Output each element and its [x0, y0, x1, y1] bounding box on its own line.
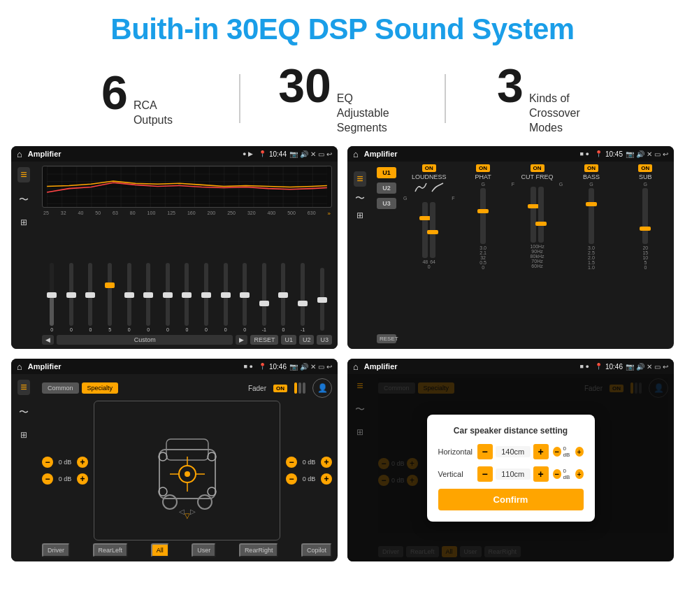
dialog-screen-title: Amplifier — [364, 362, 577, 371]
svg-point-6 — [185, 471, 190, 477]
crossover-location: 📍 — [595, 150, 603, 157]
fader-sb-2[interactable]: 〜 — [19, 406, 29, 419]
fader-content: ≡ 〜 ⊞ Common Specialty Fader ON — [11, 374, 338, 561]
db1-minus[interactable]: − — [42, 457, 53, 468]
car-svg: ◁ ▽ ▷ — [145, 422, 229, 520]
eq-slider-14 — [313, 268, 331, 332]
common-tab[interactable]: Common — [42, 382, 79, 394]
stat-crossover: 3 Kinds ofCrossover Modes — [453, 62, 643, 135]
dialog-title: Car speaker distance setting — [438, 426, 584, 436]
eq-slider-5: 0 — [140, 263, 157, 332]
copilot-btn[interactable]: Copilot — [301, 543, 332, 557]
crossover-content: ≡ 〜 ⊞ U1 U2 U3 RESET — [347, 162, 674, 349]
db3-value: 0 dB — [299, 459, 319, 466]
eq-content: ≡ 〜 ⊞ — [11, 162, 338, 349]
page-title: Buith-in 30EQ DSP Sound System — [0, 0, 685, 55]
db4-value: 0 dB — [299, 475, 319, 482]
all-btn[interactable]: All — [151, 543, 169, 557]
eq-status-bar: ⌂ Amplifier ● ▶ 📍 10:44 📷 🔊 ✕ ▭ ↩ — [11, 146, 338, 162]
volume-icon: 🔊 — [300, 150, 308, 158]
fader-sb-3[interactable]: ⊞ — [20, 430, 27, 440]
cutfreq-on[interactable]: ON — [531, 164, 545, 172]
camera-icon: 📷 — [289, 150, 298, 158]
eq-sidebar-btn-3[interactable]: ⊞ — [20, 217, 27, 227]
eq-u3-btn[interactable]: U3 — [317, 335, 332, 345]
fader-screen-card: ⌂ Amplifier ■ ● 📍 10:46 📷 🔊 ✕ ▭ ↩ ≡ 〜 ⊞ — [11, 359, 338, 561]
crossover-status-icons: 📷 🔊 ✕ ▭ ↩ — [626, 150, 668, 158]
db2-minus[interactable]: − — [42, 473, 53, 485]
horizontal-plus-btn[interactable]: + — [533, 444, 549, 459]
channel-cutfreq: ON CUT FREQ FG — [512, 164, 563, 346]
horizontal-row: Horizontal − 140cm + − 0 dB + — [438, 444, 584, 459]
eq-slider-13: -1 — [294, 263, 312, 332]
eq-dots: ● ▶ — [243, 150, 253, 157]
fader-sb-1[interactable]: ≡ — [17, 380, 29, 395]
fader-user-icon[interactable]: 👤 — [312, 378, 332, 398]
db2-plus[interactable]: + — [77, 473, 88, 485]
svg-text:▽: ▽ — [185, 512, 190, 520]
db3-minus[interactable]: − — [286, 457, 297, 468]
rearleft-btn[interactable]: RearLeft — [93, 543, 129, 557]
crossover-reset-btn[interactable]: RESET — [377, 334, 396, 343]
db1-plus[interactable]: + — [77, 457, 88, 468]
horizontal-minus-btn[interactable]: − — [477, 444, 493, 459]
crossover-sidebar-vol[interactable]: ⊞ — [356, 210, 363, 220]
screens-grid: ⌂ Amplifier ● ▶ 📍 10:44 📷 🔊 ✕ ▭ ↩ ≡ 〜 — [0, 146, 685, 568]
eq-prev-btn[interactable]: ◀ — [42, 335, 54, 345]
db-control-1: − 0 dB + — [42, 457, 88, 468]
stat-text-crossover: Kinds ofCrossover Modes — [529, 92, 599, 135]
eq-graph — [42, 166, 332, 208]
crossover-channels: ON LOUDNESS GF — [401, 162, 674, 349]
fader-label: Fader — [248, 385, 266, 392]
crossover-screen-title: Amplifier — [364, 150, 577, 158]
stat-divider-2 — [445, 74, 446, 123]
stat-text-eq: EQ AdjustableSegments — [337, 92, 407, 135]
stats-row: 6 RCAOutputs 30 EQ AdjustableSegments 3 … — [0, 55, 685, 146]
eq-sidebar-btn-2[interactable]: 〜 — [19, 194, 29, 206]
confirm-button[interactable]: Confirm — [438, 489, 584, 510]
specialty-tab[interactable]: Specialty — [82, 382, 119, 394]
db4-plus[interactable]: + — [321, 473, 332, 485]
fader-location: 📍 — [259, 363, 266, 370]
eq-u1-btn[interactable]: U1 — [281, 335, 296, 345]
driver-btn[interactable]: Driver — [42, 543, 70, 557]
fader-dots: ■ ● — [244, 363, 253, 370]
u2-btn[interactable]: U2 — [377, 182, 396, 194]
rearright-btn[interactable]: RearRight — [239, 543, 279, 557]
eq-u2-btn[interactable]: U2 — [299, 335, 315, 345]
db1-value: 0 dB — [55, 459, 75, 466]
dialog-dots: ■ ● — [580, 363, 589, 370]
stat-divider-1 — [239, 74, 240, 123]
eq-status-icons: 📷 🔊 ✕ ▭ ↩ — [289, 150, 332, 158]
eq-slider-12: 0 — [275, 263, 292, 332]
vertical-minus-btn[interactable]: − — [477, 466, 493, 482]
eq-sidebar-btn-1[interactable]: ≡ — [17, 167, 29, 182]
dialog-screen-card: ⌂ Amplifier ■ ● 📍 10:46 📷 🔊 ✕ ▭ ↩ ≡ 〜 — [347, 359, 674, 561]
u3-btn[interactable]: U3 — [377, 198, 396, 209]
svg-text:◁: ◁ — [179, 508, 185, 515]
eq-next-btn[interactable]: ▶ — [236, 335, 247, 345]
db3-plus[interactable]: + — [321, 457, 332, 468]
crossover-sidebar-eq[interactable]: ≡ — [354, 171, 366, 187]
vertical-plus-btn[interactable]: + — [533, 466, 549, 482]
user-btn[interactable]: User — [192, 543, 216, 557]
u1-btn[interactable]: U1 — [377, 167, 396, 178]
phat-on[interactable]: ON — [476, 164, 490, 172]
db4-minus[interactable]: − — [286, 473, 297, 485]
dialog-box: Car speaker distance setting Horizontal … — [427, 415, 595, 522]
eq-time: 10:44 — [269, 150, 287, 158]
eq-sidebar: ≡ 〜 ⊞ — [11, 162, 36, 349]
loudness-on[interactable]: ON — [422, 164, 436, 172]
eq-reset-btn[interactable]: RESET — [250, 335, 278, 345]
db2-value: 0 dB — [55, 475, 75, 482]
sub-on[interactable]: ON — [638, 164, 652, 172]
fader-bottom-row: Driver RearLeft All User RearRight Copil… — [42, 543, 332, 557]
fader-on-toggle[interactable]: ON — [273, 385, 287, 392]
close-icon: ✕ — [310, 150, 316, 158]
bass-on[interactable]: ON — [584, 164, 598, 172]
cutfreq-sliders — [531, 187, 544, 243]
eq-screen-title: Amplifier — [28, 150, 240, 158]
crossover-sidebar-wave[interactable]: 〜 — [355, 192, 365, 205]
loudness-sliders — [422, 202, 435, 258]
vertical-stepper: − 110cm + — [477, 466, 549, 482]
